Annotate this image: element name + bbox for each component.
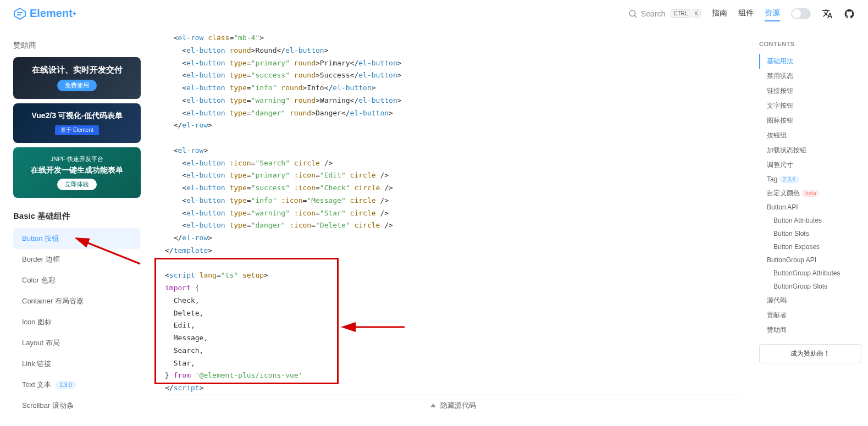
toc-item-label: 贡献者 (767, 311, 787, 319)
footer-bar-text: 隐藏源代码 (440, 401, 476, 411)
search-label: Search (641, 9, 665, 18)
sidebar-item-3[interactable]: Container 布局容器 (13, 291, 141, 312)
sidebar-item-label: Border 边框 (22, 255, 60, 264)
kbd-k: K (692, 9, 701, 18)
toc-item-9[interactable]: 自定义颜色beta (759, 186, 861, 201)
logo-icon (13, 7, 26, 20)
sidebar-item-label: Icon 图标 (22, 317, 52, 327)
section-title: Basic 基础组件 (13, 211, 141, 222)
sponsor-2-title: Vue2/3 可视化-低代码表单 (21, 111, 133, 121)
search-box[interactable]: Search CTRL K (628, 9, 701, 19)
toc-item-label: Button API (767, 203, 798, 211)
toc-item-12[interactable]: Button Slots (759, 227, 861, 240)
toc-item-label: Button Exposes (773, 243, 820, 251)
sponsor-card-1[interactable]: 在线设计、实时开发交付 免费使用 (13, 57, 141, 99)
sidebar-item-label: Text 文本 (22, 380, 51, 390)
logo[interactable]: Element+ (13, 7, 76, 20)
toc-item-18[interactable]: 贡献者 (759, 308, 861, 323)
search-icon (628, 9, 638, 19)
sponsor-3-button[interactable]: 立即体验 (57, 179, 97, 190)
toc-item-7[interactable]: 调整尺寸 (759, 158, 861, 173)
sidebar-item-4[interactable]: Icon 图标 (13, 312, 141, 333)
sidebar-item-7[interactable]: Text 文本2.3.0 (13, 374, 141, 395)
toc-badge: 2.3.4 (779, 176, 798, 183)
sponsor-3-title: 在线开发一键生成功能表单 (21, 165, 133, 175)
become-sponsor-button[interactable]: 成为赞助商！ (759, 344, 861, 363)
toc: CONTENTS 基础用法禁用状态链接按钮文字按钮图标按钮按钮组加载状态按钮调整… (753, 27, 868, 426)
toc-list: 基础用法禁用状态链接按钮文字按钮图标按钮按钮组加载状态按钮调整尺寸Tag2.3.… (759, 54, 861, 338)
sidebar: 赞助商 在线设计、实时开发交付 免费使用 Vue2/3 可视化-低代码表单 基于… (0, 27, 154, 426)
nav-list: Button 按钮Border 边框Color 色彩Container 布局容器… (13, 228, 141, 416)
sidebar-item-8[interactable]: Scrollbar 滚动条 (13, 395, 141, 416)
toc-item-6[interactable]: 加载状态按钮 (759, 143, 861, 158)
sponsor-2-button: 基于 Element (55, 125, 98, 135)
toc-item-4[interactable]: 图标按钮 (759, 113, 861, 128)
toc-item-label: 基础用法 (767, 57, 793, 65)
toc-item-label: 源代码 (767, 296, 787, 304)
main: 赞助商 在线设计、实时开发交付 免费使用 Vue2/3 可视化-低代码表单 基于… (0, 27, 868, 426)
toc-item-label: ButtonGroup Attributes (773, 269, 840, 277)
nav-item-2[interactable]: 资源 (765, 6, 780, 21)
sponsor-3-pre: JNPF·快速开发平台 (21, 155, 133, 163)
sidebar-item-2[interactable]: Color 色彩 (13, 270, 141, 291)
toc-item-label: 调整尺寸 (767, 161, 793, 169)
toc-item-16[interactable]: ButtonGroup Slots (759, 280, 861, 293)
logo-text: Element (30, 7, 73, 20)
github-icon[interactable] (844, 8, 855, 19)
toc-item-label: 赞助商 (767, 326, 787, 334)
toc-item-13[interactable]: Button Exposes (759, 240, 861, 253)
toc-item-label: ButtonGroup API (767, 256, 816, 264)
sponsor-title: 赞助商 (13, 41, 141, 51)
sidebar-item-0[interactable]: Button 按钮 (13, 228, 141, 249)
svg-marker-0 (14, 8, 25, 19)
toc-item-19[interactable]: 赞助商 (759, 323, 861, 338)
toc-item-label: 图标按钮 (767, 117, 793, 124)
toc-item-label: 禁用状态 (767, 72, 793, 80)
content: <el-row class="mb-4"> <el-button round>R… (154, 27, 753, 426)
toc-item-label: 文字按钮 (767, 102, 793, 109)
svg-point-3 (629, 10, 635, 16)
toc-item-0[interactable]: 基础用法 (759, 54, 861, 69)
toc-item-17[interactable]: 源代码 (759, 293, 861, 308)
toc-item-label: 链接按钮 (767, 87, 793, 95)
nav-item-1[interactable]: 组件 (738, 6, 754, 21)
toc-item-label: 按钮组 (767, 131, 787, 139)
sidebar-item-1[interactable]: Border 边框 (13, 249, 141, 270)
toc-item-1[interactable]: 禁用状态 (759, 69, 861, 84)
toc-item-10[interactable]: Button API (759, 201, 861, 214)
nav-item-0[interactable]: 指南 (712, 6, 727, 21)
header-right: Search CTRL K 指南组件资源 (628, 6, 855, 21)
toc-item-3[interactable]: 文字按钮 (759, 98, 861, 113)
toc-item-label: ButtonGroup Slots (773, 283, 827, 290)
sponsor-card-3[interactable]: JNPF·快速开发平台 在线开发一键生成功能表单 立即体验 (13, 147, 141, 198)
annotation-red-box-script (154, 258, 339, 384)
sidebar-item-5[interactable]: Layout 布局 (13, 333, 141, 353)
sponsor-1-title: 在线设计、实时开发交付 (21, 65, 133, 75)
sidebar-item-label: Container 布局容器 (22, 296, 84, 306)
toc-item-2[interactable]: 链接按钮 (759, 84, 861, 98)
theme-toggle[interactable] (791, 8, 811, 19)
version-badge: 2.3.0 (56, 381, 75, 389)
toc-item-label: 自定义颜色 (767, 189, 800, 197)
toc-item-14[interactable]: ButtonGroup API (759, 253, 861, 267)
sponsor-card-2[interactable]: Vue2/3 可视化-低代码表单 基于 Element (13, 103, 141, 143)
triangle-up-icon (430, 403, 436, 407)
toc-item-8[interactable]: Tag2.3.4 (759, 173, 861, 186)
sidebar-item-label: Layout 布局 (22, 338, 60, 348)
hide-source-button[interactable]: 隐藏源代码 (165, 395, 742, 416)
toc-item-label: Tag (767, 175, 777, 183)
sidebar-item-label: Link 链接 (22, 359, 51, 369)
toc-item-15[interactable]: ButtonGroup Attributes (759, 267, 861, 280)
translate-icon[interactable] (822, 8, 833, 19)
toc-title: CONTENTS (759, 41, 861, 47)
sidebar-item-6[interactable]: Link 链接 (13, 353, 141, 374)
toc-item-11[interactable]: Button Attributes (759, 214, 861, 227)
sidebar-item-label: Button 按钮 (22, 234, 59, 244)
toc-badge: beta (802, 190, 819, 197)
sidebar-item-label: Color 色彩 (22, 275, 56, 285)
kbd-ctrl: CTRL (671, 9, 690, 18)
sponsor-1-button[interactable]: 免费使用 (57, 80, 97, 91)
sidebar-item-label: Scrollbar 滚动条 (22, 401, 74, 411)
toc-item-label: 加载状态按钮 (767, 146, 806, 154)
toc-item-5[interactable]: 按钮组 (759, 128, 861, 143)
